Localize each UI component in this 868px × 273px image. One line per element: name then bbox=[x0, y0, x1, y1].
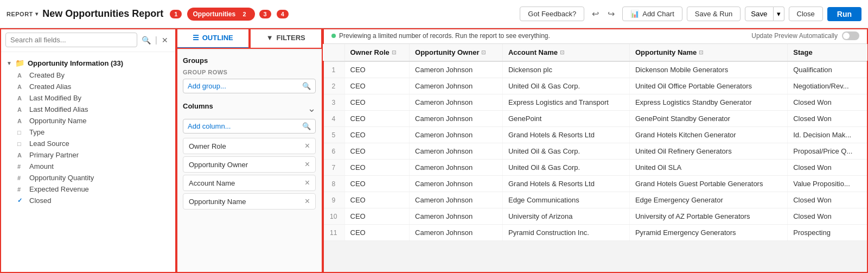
cell-opp-owner: Cameron Johnson bbox=[410, 208, 503, 225]
col-opp-name[interactable]: Opportunity Name ⊡ bbox=[629, 44, 787, 61]
field-item[interactable]: #Expected Revenue bbox=[0, 183, 176, 195]
col-opp-owner[interactable]: Opportunity Owner ⊡ bbox=[410, 44, 503, 61]
row-num: 7 bbox=[323, 160, 344, 176]
close-button[interactable]: Close bbox=[789, 7, 823, 21]
table-row: 8 CEO Cameron Johnson Grand Hotels & Res… bbox=[323, 176, 868, 192]
cell-opp-name: Express Logistics Standby Generator bbox=[629, 94, 787, 111]
preview-left: Previewing a limited number of records. … bbox=[331, 32, 550, 40]
chevron-down-icon: ▼ bbox=[7, 60, 12, 66]
table-body: 1 CEO Cameron Johnson Dickenson plc Dick… bbox=[323, 61, 868, 241]
row-num: 11 bbox=[323, 225, 344, 241]
opportunities-tab[interactable]: Opportunities 2 bbox=[187, 8, 254, 21]
field-item[interactable]: AOpportunity Name bbox=[0, 115, 176, 126]
add-column-bar[interactable]: Add column... 🔍 bbox=[183, 119, 316, 134]
save-group: Save ▾ bbox=[745, 7, 784, 21]
add-group-bar[interactable]: Add group... 🔍 bbox=[183, 79, 316, 93]
preview-banner: Previewing a limited number of records. … bbox=[323, 28, 868, 44]
cell-opp-name: Grand Hotels Kitchen Generator bbox=[629, 127, 787, 143]
run-button[interactable]: Run bbox=[827, 7, 861, 21]
cell-owner-role: CEO bbox=[344, 225, 410, 241]
cell-owner-role: CEO bbox=[344, 94, 410, 111]
row-num: 3 bbox=[323, 94, 344, 111]
cell-opp-name: Dickenson Mobile Generators bbox=[629, 61, 787, 78]
table-row: 6 CEO Cameron Johnson United Oil & Gas C… bbox=[323, 143, 868, 160]
cell-stage: Closed Won bbox=[788, 111, 868, 127]
cell-stage: Prospecting bbox=[788, 225, 868, 241]
top-bar: REPORT ▾ New Opportunities Report 1 Oppo… bbox=[0, 0, 868, 28]
column-tag-remove[interactable]: × bbox=[305, 160, 310, 169]
tab-outline[interactable]: ☰ OUTLINE bbox=[176, 28, 250, 49]
field-item[interactable]: ALast Modified By bbox=[0, 92, 176, 104]
row-num: 8 bbox=[323, 176, 344, 192]
row-num: 2 bbox=[323, 78, 344, 94]
field-item[interactable]: ACreated Alias bbox=[0, 81, 176, 92]
preview-text: Previewing a limited number of records. … bbox=[339, 32, 550, 40]
field-item[interactable]: □Lead Source bbox=[0, 138, 176, 149]
undo-button[interactable]: ↩ bbox=[589, 7, 602, 21]
column-tag: Owner Role× bbox=[183, 138, 316, 154]
col-account-name[interactable]: Account Name ⊡ bbox=[502, 44, 629, 61]
chart-icon: 📊 bbox=[630, 10, 639, 18]
search-clear-button[interactable]: ✕ bbox=[159, 35, 170, 46]
cell-opp-name: United Oil Refinery Generators bbox=[629, 143, 787, 160]
field-item[interactable]: #Opportunity Quantity bbox=[0, 172, 176, 183]
tab-filters[interactable]: ▼ FILTERS bbox=[250, 28, 323, 49]
green-dot-icon bbox=[331, 34, 336, 38]
columns-dropdown-icon[interactable]: ⌄ bbox=[308, 103, 316, 115]
col-owner-role[interactable]: Owner Role ⊡ bbox=[344, 44, 410, 61]
search-icon-button[interactable]: 🔍 bbox=[139, 35, 153, 46]
field-name: Opportunity Name bbox=[29, 117, 87, 125]
column-tag: Account Name× bbox=[183, 175, 316, 191]
col-stage[interactable]: Stage bbox=[788, 44, 868, 61]
search-icons: 🔍 | ✕ bbox=[139, 35, 170, 46]
update-preview-toggle[interactable] bbox=[842, 31, 859, 40]
sort-icon-owner-role[interactable]: ⊡ bbox=[392, 49, 396, 55]
columns-header: Columns ⌄ bbox=[183, 102, 316, 115]
column-tag-remove[interactable]: × bbox=[305, 197, 310, 206]
save-run-button[interactable]: Save & Run bbox=[687, 7, 741, 21]
cell-account-name: Edge Communications bbox=[502, 192, 629, 208]
cell-opp-owner: Cameron Johnson bbox=[410, 176, 503, 192]
table-row: 5 CEO Cameron Johnson Grand Hotels & Res… bbox=[323, 127, 868, 143]
cell-opp-owner: Cameron Johnson bbox=[410, 127, 503, 143]
column-tag-remove[interactable]: × bbox=[305, 179, 310, 187]
row-num: 9 bbox=[323, 192, 344, 208]
row-num: 10 bbox=[323, 208, 344, 225]
feedback-button[interactable]: Got Feedback? bbox=[520, 7, 584, 21]
tab-4-badge[interactable]: 4 bbox=[277, 10, 289, 18]
table-header-row: Owner Role ⊡ Opportunity Owner ⊡ bbox=[323, 44, 868, 61]
table-row: 11 CEO Cameron Johnson Pyramid Construct… bbox=[323, 225, 868, 241]
search-input[interactable] bbox=[5, 33, 137, 47]
tab-3-badge[interactable]: 3 bbox=[259, 10, 271, 18]
sort-icon-opp-owner[interactable]: ⊡ bbox=[481, 49, 486, 55]
field-item[interactable]: ALast Modified Alias bbox=[0, 104, 176, 115]
cell-owner-role: CEO bbox=[344, 176, 410, 192]
field-name: Opportunity Quantity bbox=[29, 174, 94, 182]
field-name: Primary Partner bbox=[29, 151, 79, 159]
tab-1-badge[interactable]: 1 bbox=[170, 10, 182, 18]
report-dropdown-icon[interactable]: ▾ bbox=[35, 11, 39, 17]
row-num: 5 bbox=[323, 127, 344, 143]
sort-icon-account-name[interactable]: ⊡ bbox=[560, 49, 564, 55]
save-button[interactable]: Save bbox=[745, 7, 773, 21]
cell-opp-owner: Cameron Johnson bbox=[410, 94, 503, 111]
field-item[interactable]: APrimary Partner bbox=[0, 149, 176, 161]
field-section: ▼ 📁 Opportunity Information (33) ACreate… bbox=[0, 52, 176, 273]
redo-button[interactable]: ↪ bbox=[604, 7, 618, 21]
field-item[interactable]: #Amount bbox=[0, 161, 176, 172]
column-tag-remove[interactable]: × bbox=[305, 142, 310, 150]
row-num: 1 bbox=[323, 61, 344, 78]
field-item[interactable]: ACreated By bbox=[0, 69, 176, 81]
table-row: 7 CEO Cameron Johnson United Oil & Gas C… bbox=[323, 160, 868, 176]
field-item[interactable]: ✓Closed bbox=[0, 195, 176, 206]
report-label: REPORT ▾ bbox=[7, 11, 38, 17]
table-row: 2 CEO Cameron Johnson United Oil & Gas C… bbox=[323, 78, 868, 94]
save-dropdown-button[interactable]: ▾ bbox=[774, 7, 784, 21]
cell-account-name: Dickenson plc bbox=[502, 61, 629, 78]
section-header[interactable]: ▼ 📁 Opportunity Information (33) bbox=[0, 56, 176, 69]
cell-opp-name: University of AZ Portable Generators bbox=[629, 208, 787, 225]
add-chart-button[interactable]: 📊 Add Chart bbox=[622, 7, 682, 21]
middle-content: Groups GROUP ROWS Add group... 🔍 Columns… bbox=[176, 50, 322, 273]
field-item[interactable]: □Type bbox=[0, 126, 176, 138]
sort-icon-opp-name[interactable]: ⊡ bbox=[699, 49, 703, 55]
